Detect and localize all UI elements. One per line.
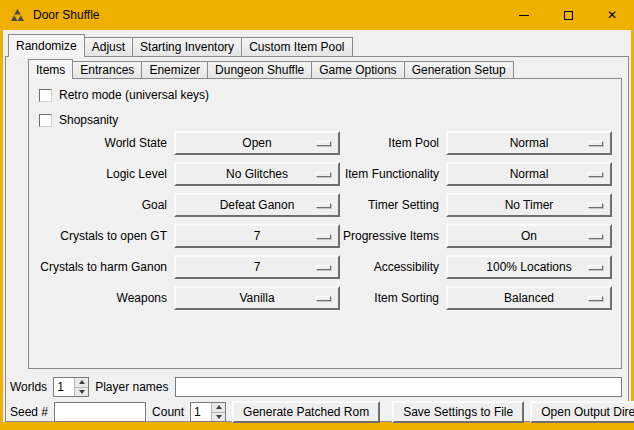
checkbox-box[interactable] [39,89,52,102]
tab-dungeon-shuffle[interactable]: Dungeon Shuffle [207,61,312,78]
spin-up-icon [79,380,85,384]
item-functionality-dropdown[interactable]: Normal [446,162,612,186]
worlds-label: Worlds [10,380,47,394]
player-names-input[interactable] [175,377,623,397]
generate-rom-button[interactable]: Generate Patched Rom [232,401,380,423]
tab-starting-inventory[interactable]: Starting Inventory [132,37,242,56]
dropdown-value: 100% Locations [486,260,571,274]
accessibility-label: Accessibility [347,255,439,279]
randomize-tab-panel: Items Entrances Enemizer Dungeon Shuffle… [5,56,629,422]
count-spin-down-button[interactable] [212,412,225,422]
open-output-button[interactable]: Open Output Directory [530,401,634,423]
world-state-dropdown[interactable]: Open [174,131,340,155]
progressive-items-dropdown[interactable]: On [446,224,612,248]
item-sorting-label: Item Sorting [347,286,439,310]
dropdown-indicator-icon [588,172,603,177]
seed-label: Seed # [10,405,48,419]
item-functionality-label: Item Functionality [347,162,439,186]
dropdown-value: No Glitches [226,167,288,181]
weapons-label: Weapons [29,286,167,310]
logic-level-label: Logic Level [29,162,167,186]
items-tab-panel: Retro mode (universal keys) Shopsanity W… [28,78,622,369]
world-state-label: World State [29,131,167,155]
window-title: Door Shuffle [33,8,100,22]
dropdown-indicator-icon [588,265,603,270]
checkbox-box[interactable] [39,114,52,127]
worlds-spin-down-button[interactable] [75,387,88,397]
count-spin-up-button[interactable] [212,403,225,412]
window-controls: ✕ [502,0,634,30]
dropdown-value: Normal [510,167,549,181]
dropdown-indicator-icon [316,172,331,177]
retro-mode-label: Retro mode (universal keys) [59,88,209,102]
spin-down-icon [216,415,222,419]
tab-entrances[interactable]: Entrances [72,61,142,78]
retro-mode-checkbox[interactable]: Retro mode (universal keys) [39,87,209,103]
dropdown-value: Defeat Ganon [220,198,295,212]
worlds-spinbox[interactable] [53,377,89,397]
dropdown-value: No Timer [505,198,554,212]
dropdown-indicator-icon [588,296,603,301]
dropdown-value: Vanilla [239,291,274,305]
shopsanity-label: Shopsanity [59,113,118,127]
item-pool-dropdown[interactable]: Normal [446,131,612,155]
crystals-harm-ganon-dropdown[interactable]: 7 [174,255,340,279]
crystals-open-gt-label: Crystals to open GT [29,224,167,248]
weapons-dropdown[interactable]: Vanilla [174,286,340,310]
dropdown-value: 7 [254,229,261,243]
spin-up-icon [216,405,222,409]
dropdown-indicator-icon [316,141,331,146]
tab-generation-setup[interactable]: Generation Setup [404,61,514,78]
outer-tab-bar: Randomize Adjust Starting Inventory Cust… [8,34,353,56]
dropdown-value: On [521,229,537,243]
dropdown-indicator-icon [316,234,331,239]
progressive-items-label: Progressive Items [347,224,439,248]
spin-down-icon [79,390,85,394]
player-names-label: Player names [95,380,168,394]
settings-grid: World State Open Item Pool Normal Logic … [29,131,612,310]
accessibility-dropdown[interactable]: 100% Locations [446,255,612,279]
client-area: Randomize Adjust Starting Inventory Cust… [3,30,631,422]
seed-input[interactable] [54,402,146,422]
tab-adjust[interactable]: Adjust [84,37,133,56]
logic-level-dropdown[interactable]: No Glitches [174,162,340,186]
dropdown-indicator-icon [316,203,331,208]
maximize-button[interactable] [546,0,590,30]
count-label: Count [152,405,184,419]
count-spinbox[interactable] [190,402,226,422]
tab-items[interactable]: Items [28,59,73,79]
minimize-icon [519,15,529,16]
tab-randomize[interactable]: Randomize [8,34,85,57]
inner-tab-bar: Items Entrances Enemizer Dungeon Shuffle… [28,59,514,78]
worlds-spin-up-button[interactable] [75,378,88,387]
dropdown-value: Normal [510,136,549,150]
timer-setting-label: Timer Setting [347,193,439,217]
close-icon: ✕ [607,9,617,21]
titlebar: Door Shuffle ✕ [0,0,634,30]
save-settings-button[interactable]: Save Settings to File [392,401,524,423]
dropdown-indicator-icon [588,234,603,239]
window: Door Shuffle ✕ Randomize Adjust Starting… [0,0,634,430]
count-spin-input[interactable] [191,403,211,421]
worlds-spin-input[interactable] [54,378,74,396]
crystals-harm-ganon-label: Crystals to harm Ganon [29,255,167,279]
goal-dropdown[interactable]: Defeat Ganon [174,193,340,217]
tab-game-options[interactable]: Game Options [311,61,404,78]
dropdown-indicator-icon [588,141,603,146]
tab-custom-item-pool[interactable]: Custom Item Pool [241,37,352,56]
tab-enemizer[interactable]: Enemizer [141,61,208,78]
dropdown-value: 7 [254,260,261,274]
dropdown-indicator-icon [588,203,603,208]
crystals-open-gt-dropdown[interactable]: 7 [174,224,340,248]
dropdown-indicator-icon [316,265,331,270]
spin-arrows [211,403,225,421]
maximize-icon [564,11,573,20]
shopsanity-checkbox[interactable]: Shopsanity [39,112,118,128]
dropdown-value: Balanced [504,291,554,305]
close-button[interactable]: ✕ [590,0,634,30]
minimize-button[interactable] [502,0,546,30]
item-sorting-dropdown[interactable]: Balanced [446,286,612,310]
dropdown-value: Open [242,136,271,150]
timer-setting-dropdown[interactable]: No Timer [446,193,612,217]
dropdown-indicator-icon [316,296,331,301]
